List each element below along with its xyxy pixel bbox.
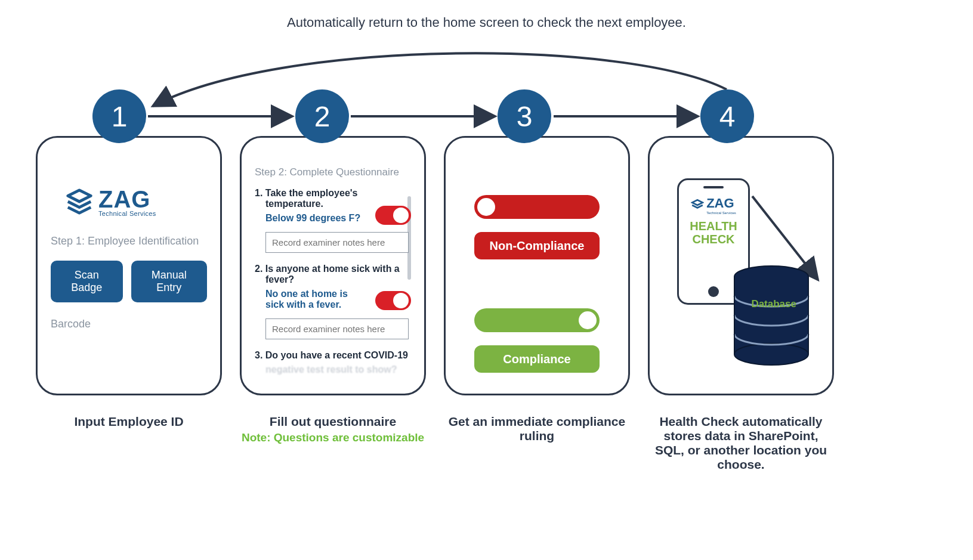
noncompliance-toggle bbox=[474, 195, 600, 219]
q1-notes-input[interactable] bbox=[265, 232, 409, 253]
q2-toggle[interactable] bbox=[375, 291, 411, 310]
q3-faded-line: negative test result to show? bbox=[255, 364, 411, 375]
step-4-card: ZAG Technical Services HEALTHCHECK Datab… bbox=[648, 136, 834, 395]
caption-3: Get an immediate compliance ruling bbox=[444, 414, 630, 472]
step2-header: Step 2: Complete Questionnaire bbox=[255, 166, 411, 178]
logo-text: ZAG bbox=[98, 188, 156, 210]
caption-4: Health Check automatically stores data i… bbox=[648, 414, 834, 472]
phone-speaker-icon bbox=[703, 186, 724, 188]
caption-2-main: Fill out questionnaire bbox=[240, 414, 426, 429]
step1-label: Step 1: Employee Identification bbox=[51, 235, 207, 247]
barcode-label: Barcode bbox=[51, 318, 207, 330]
step-3-card: Non-Compliance Compliance bbox=[444, 136, 630, 395]
zag-logo: ZAG Technical Services bbox=[65, 187, 207, 218]
database-icon bbox=[730, 265, 813, 366]
phone-logo-text: ZAG bbox=[706, 196, 736, 211]
compliance-toggle bbox=[474, 308, 600, 332]
caption-2-note: Note: Questions are customizable bbox=[240, 431, 426, 444]
step-number-1: 1 bbox=[92, 89, 146, 143]
step-2-card: Step 2: Complete Questionnaire 1. Take t… bbox=[240, 136, 426, 395]
q2-sub: No one at home is sick with a fever. bbox=[255, 289, 368, 310]
q1-sub: Below 99 degrees F? bbox=[255, 213, 368, 224]
q2-title: 2. Is anyone at home sick with a fever? bbox=[255, 264, 411, 285]
phone-logo-sub: Technical Services bbox=[706, 211, 736, 215]
manual-entry-button[interactable]: Manual Entry bbox=[131, 261, 207, 302]
phone-logo: ZAG Technical Services bbox=[691, 196, 736, 215]
step-number-2: 2 bbox=[295, 89, 349, 143]
question-2: 2. Is anyone at home sick with a fever? … bbox=[255, 264, 411, 339]
q1-toggle[interactable] bbox=[375, 206, 411, 225]
return-home-caption: Automatically return to the home screen … bbox=[0, 15, 973, 30]
svg-point-5 bbox=[734, 344, 808, 365]
question-3: 3. Do you have a recent COVID-19 negativ… bbox=[255, 350, 411, 375]
database-label: Database bbox=[751, 298, 796, 310]
phone-home-button-icon bbox=[708, 286, 719, 297]
caption-1: Input Employee ID bbox=[36, 414, 222, 472]
step-number-3: 3 bbox=[498, 89, 551, 143]
caption-2: Fill out questionnaire Note: Questions a… bbox=[240, 414, 426, 472]
scan-badge-button[interactable]: Scan Badge bbox=[51, 261, 123, 302]
health-check-text: HEALTHCHECK bbox=[690, 219, 737, 246]
question-1: 1. Take the employee's temperature. Belo… bbox=[255, 188, 411, 253]
zag-logo-icon bbox=[65, 187, 94, 218]
step-number-4: 4 bbox=[700, 89, 754, 143]
compliance-label: Compliance bbox=[474, 345, 600, 373]
noncompliance-label: Non-Compliance bbox=[474, 232, 600, 259]
q2-notes-input[interactable] bbox=[265, 318, 409, 339]
q3-title: 3. Do you have a recent COVID-19 bbox=[255, 350, 411, 361]
logo-subtext: Technical Services bbox=[98, 210, 156, 217]
svg-rect-4 bbox=[734, 277, 808, 354]
step-1-card: ZAG Technical Services Step 1: Employee … bbox=[36, 136, 222, 395]
